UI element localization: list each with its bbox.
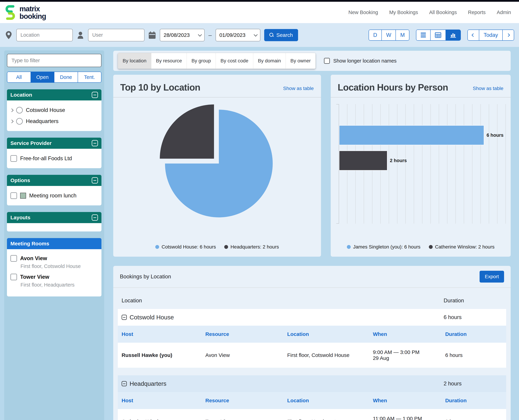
nav-reports[interactable]: Reports [468,10,486,15]
sidebar-filter-input[interactable] [7,54,101,67]
section-service-provider-header[interactable]: Service Provider [7,138,101,149]
booking-row[interactable]: Russell Hawke (you) Avon View First floo… [118,343,506,368]
nav-my-bookings[interactable]: My Bookings [389,10,418,15]
view-controls: D W M [369,30,514,41]
column-header-duration: Duration [444,298,502,304]
date-from-select[interactable]: 28/08/2023 [160,29,205,41]
section-location-header[interactable]: Location [7,89,101,100]
checkbox[interactable] [10,192,17,199]
column-header-location: Location [287,398,373,404]
tab-by-domain[interactable]: By domain [253,53,286,69]
checkbox[interactable] [10,255,17,262]
user-search-input[interactable] [88,29,145,41]
search-button[interactable]: Search [264,29,298,41]
tab-by-owner[interactable]: By owner [286,53,315,69]
next-period-button[interactable] [503,30,514,40]
date-to-value: 01/09/2023 [219,32,245,38]
top-accent-bar [0,0,519,2]
status-tab-all[interactable]: All [7,72,31,82]
location-tree-item-headquarters[interactable]: Headquarters [10,116,98,127]
grid-view-button[interactable] [430,30,446,40]
tab-by-resource[interactable]: By resource [151,53,187,69]
bar-catherine-winslow[interactable] [339,151,387,171]
section-layouts-header[interactable]: Layouts [7,212,101,223]
room-item-avon-view[interactable]: Avon View [10,255,98,262]
tab-by-cost-code[interactable]: By cost code [216,53,253,69]
section-options-header[interactable]: Options [7,175,101,186]
booking-duration: 2 hours [445,419,502,420]
period-day-button[interactable]: D [369,30,382,40]
status-tab-done[interactable]: Done [54,72,78,82]
booking-status-tabs: All Open Done Tent. [7,72,101,83]
brand-line2: booking [19,13,46,20]
checkbox[interactable] [324,58,330,64]
status-tab-open[interactable]: Open [31,72,55,82]
nav-new-booking[interactable]: New Booking [348,10,378,15]
tab-by-group[interactable]: By group [187,53,216,69]
list-view-button[interactable] [416,30,430,40]
export-button[interactable]: Export [480,271,504,283]
nav-admin[interactable]: Admin [497,10,511,15]
list-icon [421,33,426,37]
tab-by-location[interactable]: By location [118,53,151,69]
period-month-button[interactable]: M [396,30,409,40]
section-title: Layouts [10,215,30,220]
bar-value-label: 2 hours [390,158,407,163]
column-header-host: Host [122,331,205,337]
collapse-group-icon[interactable] [122,381,127,386]
checkbox[interactable] [10,155,17,162]
brand-line1: matrix [19,5,46,13]
section-title: Service Provider [10,140,52,146]
nav-all-bookings[interactable]: All Bookings [429,10,457,15]
collapse-icon[interactable] [92,214,98,221]
expand-chevron-icon[interactable] [10,119,14,123]
top10-pie-chart[interactable] [160,105,274,219]
collapse-icon[interactable] [92,92,98,98]
brand-logo[interactable]: matrix booking [5,4,46,21]
radio-button[interactable] [16,118,23,125]
user-icon [77,31,84,39]
checkbox[interactable] [10,274,17,280]
group-row[interactable]: Cotswold House 6 hours [118,309,506,326]
show-longer-names-label: Show longer location names [333,58,397,64]
period-week-button[interactable]: W [382,30,396,40]
option-item-meeting-room-lunch[interactable]: Meeting room lunch [10,190,98,201]
chart-view-button[interactable] [446,30,460,40]
collapse-icon[interactable] [92,140,98,146]
booking-when-time: 9:00 AM — 3:00 PM [373,349,419,355]
expand-chevron-icon[interactable] [10,108,14,112]
collapse-group-icon[interactable] [122,315,127,320]
section-title: Options [10,177,30,183]
group-name: Cotswold House [130,314,174,321]
date-to-select[interactable]: 01/09/2023 [215,29,260,41]
radio-button[interactable] [16,107,23,113]
previous-period-button[interactable] [468,30,479,40]
show-longer-names-toggle[interactable]: Show longer location names [324,58,397,64]
hours-by-person-bar-chart[interactable]: 6 hours 2 hours [339,104,506,224]
booking-location: First floor, Cotswold House [287,352,373,358]
group-row[interactable]: Headquarters 2 hours [118,375,506,392]
bar-show-as-table-link[interactable]: Show as table [473,86,503,93]
booking-row[interactable]: Catherine Winslow Tower View First floor… [118,409,506,420]
section-options: Options Meeting room lunch [7,175,101,205]
period-toggle-group: D W M [369,30,409,41]
status-tab-tentative[interactable]: Tent. [78,72,101,82]
section-meeting-rooms-header[interactable]: Meeting Rooms [7,238,101,249]
bar-row-james-singleton: 6 hours [339,125,506,145]
pie-chart-title: Top 10 by Location [120,82,200,93]
option-color-swatch [20,193,26,199]
main-nav: New Booking My Bookings All Bookings Rep… [348,10,511,15]
legend-item: Catherine Winslow: 2 hours [429,244,495,250]
booking-location: First floor, Headquarters [287,419,373,420]
service-provider-item[interactable]: Free-for-all Foods Ltd [10,153,98,164]
location-tree-item-cotswold[interactable]: Cotswold House [10,105,98,116]
pie-slice-headquarters[interactable] [160,105,214,159]
grouping-tabstrip: By location By resource By group By cost… [113,51,511,71]
column-header-host: Host [122,398,205,404]
location-search-input[interactable] [16,29,73,41]
room-item-tower-view[interactable]: Tower View [10,274,98,280]
today-button[interactable]: Today [479,30,503,40]
collapse-icon[interactable] [92,177,98,183]
pie-show-as-table-link[interactable]: Show as table [283,86,314,93]
bar-james-singleton[interactable] [339,125,484,145]
